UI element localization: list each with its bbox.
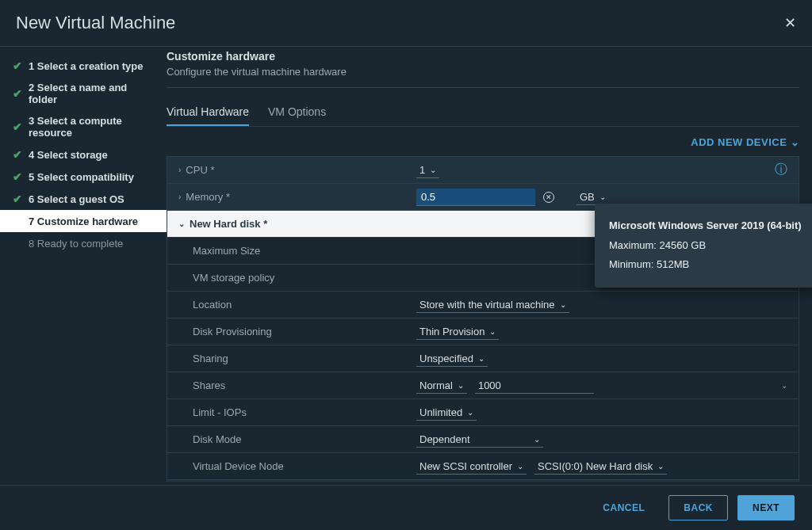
chevron-down-icon: ⌄ bbox=[430, 166, 436, 174]
check-icon: ✔ bbox=[13, 120, 22, 133]
chevron-down-icon: ⌄ bbox=[467, 408, 473, 417]
shares-row: Shares Normal⌄ ⌄ bbox=[167, 372, 799, 399]
chevron-down-icon[interactable]: ⌄ bbox=[781, 381, 787, 390]
step-label: 8 Ready to complete bbox=[29, 238, 123, 250]
virtual-device-node-row: Virtual Device Node New SCSI controller⌄… bbox=[167, 453, 799, 480]
chevron-down-icon: ⌄ bbox=[599, 193, 606, 201]
step-4[interactable]: ✔4 Select storage bbox=[0, 143, 167, 166]
step-7[interactable]: ✔7 Customize hardware bbox=[0, 210, 167, 232]
section-heading: Customize hardware bbox=[167, 50, 799, 63]
chevron-down-icon: ⌄ bbox=[534, 435, 540, 444]
step-2[interactable]: ✔2 Select a name and folder bbox=[0, 77, 167, 110]
chevron-down-icon: ⌄ bbox=[489, 327, 496, 336]
chevron-down-icon: ⌄ bbox=[458, 381, 464, 390]
step-label: 6 Select a guest OS bbox=[29, 193, 124, 205]
disk-mode-row: Disk Mode Dependent⌄ bbox=[167, 426, 799, 453]
step-label: 2 Select a name and folder bbox=[29, 82, 154, 105]
tooltip-os: Microsoft Windows Server 2019 (64-bit) bbox=[609, 216, 802, 236]
step-3[interactable]: ✔3 Select a compute resource bbox=[0, 110, 167, 143]
close-icon[interactable]: ✕ bbox=[784, 14, 796, 32]
disk-provisioning-row: Disk Provisioning Thin Provision⌄ bbox=[167, 318, 799, 345]
sharing-select[interactable]: Unspecified⌄ bbox=[416, 351, 488, 367]
back-button[interactable]: BACK bbox=[668, 495, 728, 520]
memory-unit-select[interactable]: GB⌄ bbox=[576, 189, 609, 205]
step-5[interactable]: ✔5 Select compatibility bbox=[0, 166, 167, 188]
chevron-down-icon: ⌄ bbox=[560, 300, 566, 309]
tab-virtual-hardware[interactable]: Virtual Hardware bbox=[167, 99, 249, 126]
cpu-select[interactable]: 1⌄ bbox=[416, 162, 439, 178]
chevron-down-icon: ⌄ bbox=[657, 462, 664, 471]
step-1[interactable]: ✔1 Select a creation type bbox=[0, 55, 167, 77]
info-icon[interactable]: ⓘ bbox=[775, 162, 787, 178]
vdn-controller-select[interactable]: New SCSI controller⌄ bbox=[416, 459, 527, 475]
shares-select[interactable]: Normal⌄ bbox=[416, 378, 467, 394]
disk-mode-select[interactable]: Dependent⌄ bbox=[416, 432, 543, 448]
chevron-right-icon[interactable]: › bbox=[178, 193, 181, 201]
section-subheading: Configure the virtual machine hardware bbox=[167, 66, 799, 78]
label-text: New Hard disk * bbox=[190, 218, 267, 230]
step-label: 5 Select compatibility bbox=[29, 171, 134, 183]
step-6[interactable]: ✔6 Select a guest OS bbox=[0, 188, 167, 210]
next-button[interactable]: NEXT bbox=[737, 495, 795, 520]
clear-icon[interactable]: ✕ bbox=[543, 192, 554, 203]
check-icon: ✔ bbox=[13, 170, 22, 183]
dialog-title: New Virtual Machine bbox=[16, 13, 175, 33]
label-text: Memory * bbox=[186, 191, 230, 203]
chevron-down-icon: ⌄ bbox=[478, 354, 485, 363]
step-label: 7 Customize hardware bbox=[29, 215, 138, 227]
shares-input[interactable] bbox=[475, 378, 594, 394]
tooltip-min: Minimum: 512MB bbox=[609, 255, 802, 275]
chevron-down-icon: ⌄ bbox=[791, 136, 800, 148]
cancel-button[interactable]: CANCEL bbox=[588, 495, 659, 520]
step-label: 3 Select a compute resource bbox=[29, 115, 154, 139]
step-8: ✔8 Ready to complete bbox=[0, 232, 167, 254]
cpu-row: ›CPU * 1⌄ ⓘ bbox=[167, 157, 799, 184]
new-scsi-row: ›New SCSI controller * LSI Logic SAS bbox=[167, 480, 799, 482]
limit-iops-row: Limit - IOPs Unlimited⌄ bbox=[167, 399, 799, 426]
step-label: 4 Select storage bbox=[29, 149, 108, 161]
wizard-steps: ✔1 Select a creation type ✔2 Select a na… bbox=[0, 47, 167, 482]
chevron-down-icon: ⌄ bbox=[517, 462, 523, 471]
vdn-device-select[interactable]: SCSI(0:0) New Hard disk⌄ bbox=[534, 459, 667, 475]
disk-provisioning-select[interactable]: Thin Provision⌄ bbox=[416, 324, 499, 340]
location-row: Location Store with the virtual machine⌄ bbox=[167, 292, 799, 318]
label-text: CPU * bbox=[186, 164, 214, 176]
check-icon: ✔ bbox=[13, 148, 22, 161]
location-select[interactable]: Store with the virtual machine⌄ bbox=[416, 297, 569, 313]
chevron-down-icon[interactable]: ⌄ bbox=[178, 219, 185, 228]
check-icon: ✔ bbox=[13, 193, 22, 205]
memory-tooltip: Microsoft Windows Server 2019 (64-bit) M… bbox=[595, 204, 812, 288]
add-new-device-button[interactable]: ADD NEW DEVICE ⌄ bbox=[167, 136, 799, 148]
limit-iops-select[interactable]: Unlimited⌄ bbox=[416, 405, 477, 421]
tab-vm-options[interactable]: VM Options bbox=[268, 99, 326, 126]
check-icon: ✔ bbox=[13, 87, 22, 100]
memory-input[interactable] bbox=[416, 189, 535, 206]
sharing-row: Sharing Unspecified⌄ bbox=[167, 345, 799, 372]
tooltip-max: Maximum: 24560 GB bbox=[609, 236, 802, 256]
step-label: 1 Select a creation type bbox=[29, 60, 144, 72]
chevron-right-icon[interactable]: › bbox=[178, 166, 181, 174]
divider bbox=[167, 87, 799, 88]
check-icon: ✔ bbox=[13, 59, 22, 72]
